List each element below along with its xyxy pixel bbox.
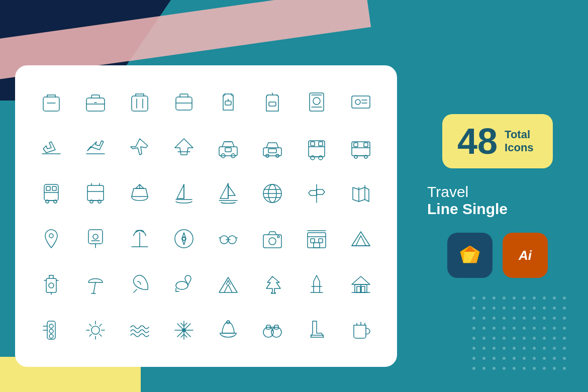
icon-mug <box>340 308 382 352</box>
svg-rect-119 <box>361 286 365 292</box>
icon-pavilion <box>340 263 382 307</box>
svg-point-41 <box>319 156 323 160</box>
svg-rect-58 <box>52 186 56 190</box>
icon-backpack2 <box>251 80 293 124</box>
icon-beach-umbrella <box>74 263 117 307</box>
icon-surfboard <box>119 263 161 307</box>
icon-train <box>30 171 72 215</box>
svg-marker-81 <box>182 233 186 239</box>
icon-takeoff <box>74 126 117 170</box>
svg-point-126 <box>91 326 100 334</box>
icon-hotel <box>296 217 338 261</box>
icon-sunglasses <box>207 217 249 261</box>
svg-point-75 <box>49 234 53 238</box>
count-label: Total Icons <box>505 128 533 154</box>
svg-point-91 <box>269 238 276 245</box>
icon-mountain <box>207 263 249 307</box>
icon-tent <box>340 217 382 261</box>
icon-taxi <box>207 126 249 170</box>
svg-point-40 <box>311 156 315 160</box>
svg-line-141 <box>184 323 187 326</box>
icon-sailboat <box>163 171 205 215</box>
icon-camera <box>251 217 293 261</box>
svg-point-110 <box>176 281 188 289</box>
svg-rect-38 <box>309 141 325 157</box>
svg-rect-76 <box>88 230 103 244</box>
icon-signpost <box>296 171 338 215</box>
svg-rect-59 <box>87 185 104 201</box>
svg-rect-50 <box>354 143 358 147</box>
svg-point-104 <box>49 283 54 288</box>
svg-point-21 <box>313 97 320 105</box>
count-label-bottom: Icons <box>505 141 533 154</box>
svg-rect-97 <box>314 243 320 248</box>
svg-line-140 <box>181 323 184 326</box>
svg-line-142 <box>181 334 184 337</box>
svg-rect-16 <box>225 101 231 105</box>
svg-line-107 <box>93 282 95 293</box>
icon-traffic-light <box>30 308 72 352</box>
icon-travel-bag <box>163 80 205 124</box>
count-badge: 48 Total Icons <box>442 114 553 168</box>
ai-badge-text: Ai <box>519 248 532 263</box>
icon-globe <box>251 171 293 215</box>
icon-tram <box>74 171 117 215</box>
svg-rect-5 <box>86 98 105 111</box>
icon-backpack <box>207 80 249 124</box>
svg-rect-118 <box>357 286 360 292</box>
svg-rect-99 <box>46 278 56 292</box>
svg-rect-24 <box>352 96 370 108</box>
icon-plane <box>119 126 161 170</box>
svg-line-134 <box>89 334 91 336</box>
icon-location-pin <box>30 217 72 261</box>
svg-line-133 <box>100 324 102 326</box>
icon-lantern <box>30 263 72 307</box>
svg-rect-18 <box>269 102 276 106</box>
icon-monument <box>296 263 338 307</box>
icon-grid-card <box>15 65 397 367</box>
icon-luggage <box>30 80 72 124</box>
count-label-top: Total <box>505 128 533 141</box>
svg-rect-90 <box>263 235 281 248</box>
icon-id-card <box>340 80 382 124</box>
icon-passport <box>296 80 338 124</box>
svg-point-25 <box>355 100 360 105</box>
icon-bus <box>296 126 338 170</box>
icon-plane2 <box>163 126 205 170</box>
svg-point-146 <box>263 327 273 337</box>
svg-rect-14 <box>176 97 192 110</box>
svg-rect-96 <box>319 239 323 243</box>
icon-snowflake <box>163 308 205 352</box>
icon-bus2 <box>340 126 382 170</box>
count-number: 48 <box>457 123 498 159</box>
svg-point-92 <box>277 236 279 238</box>
svg-rect-45 <box>352 142 370 156</box>
icon-map <box>340 171 382 215</box>
icon-car <box>251 126 293 170</box>
icon-map-pin <box>74 217 117 261</box>
svg-line-143 <box>184 334 187 337</box>
icon-binoculars <box>251 308 293 352</box>
svg-point-77 <box>93 234 98 239</box>
icon-snorkel <box>163 263 205 307</box>
svg-line-131 <box>89 324 91 326</box>
svg-rect-51 <box>364 143 368 147</box>
icon-sailboat2 <box>207 171 249 215</box>
icon-suitcase <box>119 80 161 124</box>
app-badges-container: Ai <box>447 233 548 278</box>
icon-briefcase <box>74 80 117 124</box>
svg-rect-20 <box>310 93 324 111</box>
svg-line-109 <box>134 289 137 292</box>
icon-sun <box>74 308 117 352</box>
right-panel: 48 Total Icons Travel Line Single Ai <box>407 0 588 392</box>
svg-rect-43 <box>311 142 315 146</box>
svg-rect-8 <box>132 96 148 111</box>
svg-rect-0 <box>43 97 59 111</box>
svg-point-123 <box>49 334 53 338</box>
icon-waves <box>119 308 161 352</box>
icon-winter-hat <box>207 308 249 352</box>
svg-point-147 <box>271 327 281 337</box>
svg-rect-57 <box>46 186 50 190</box>
ai-badge: Ai <box>503 233 548 278</box>
icon-boot <box>296 308 338 352</box>
